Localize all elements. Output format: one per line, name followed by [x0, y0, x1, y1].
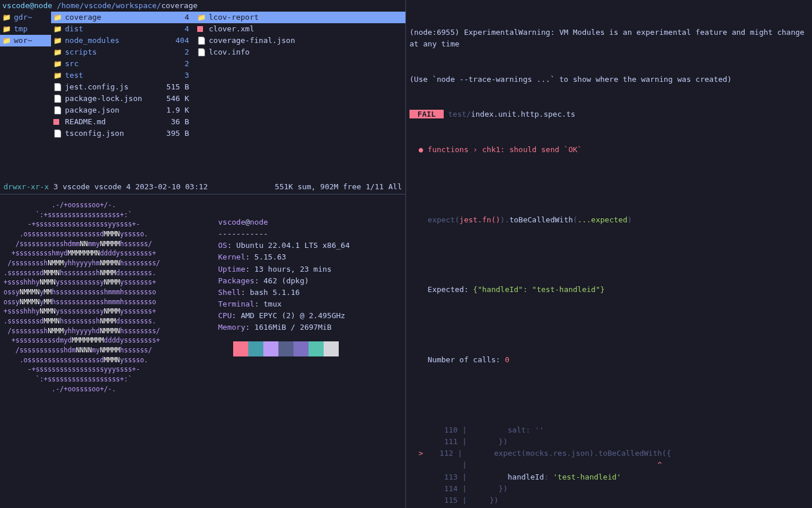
code-line: 113 | handleId: 'test-handleid' — [409, 471, 810, 483]
file-entry[interactable]: jest.config.js515 B — [51, 81, 195, 93]
ranger-status-bar: drwxr-xr-x 3 vscode vscode 4 2023-02-10 … — [0, 180, 405, 194]
code-line: 114 | }) — [409, 483, 810, 495]
ranger-parent-column[interactable]: gdr~ tmp wor~ — [0, 12, 51, 180]
node-warning: (node:6955) ExperimentalWarning: VM Modu… — [409, 27, 810, 50]
folder-entry[interactable]: scripts2 — [51, 46, 195, 58]
code-line: 110 | salt: '' — [409, 424, 810, 436]
sysinfo-row: CPU: AMD EPYC (2) @ 2.495GHz — [218, 310, 350, 322]
sysinfo-row: Terminal: tmux — [218, 298, 350, 310]
file-entry[interactable]: package-lock.json546 K — [51, 93, 195, 105]
expect-call: expect(jest.fn()).toBeCalledWith(...expe… — [409, 214, 810, 226]
folder-entry[interactable]: dist4 — [51, 23, 195, 35]
ranger-path: vscode@node /home/vscode/workspace/cover… — [0, 0, 405, 12]
ranger-current-column[interactable]: coverage4 dist4 node_modules404 scripts2… — [51, 12, 195, 180]
ranger-pane: vscode@node /home/vscode/workspace/cover… — [0, 0, 405, 194]
color-swatch — [278, 341, 293, 356]
code-line: 111 | }) — [409, 436, 810, 448]
code-line: > 112 | expect(mocks.res.json).toBeCalle… — [409, 448, 810, 459]
file-entry[interactable]: clover.xml — [195, 23, 405, 35]
sysinfo-row: Memory: 1616MiB / 2697MiB — [218, 322, 350, 333]
neofetch-pane: .-/+oossssoo+/-. `:+ssssssssssssssssss+:… — [0, 194, 405, 508]
neofetch-ascii: .-/+oossssoo+/-. `:+ssssssssssssssssss+:… — [3, 200, 218, 508]
color-swatch — [263, 341, 278, 356]
folder-entry[interactable]: gdr~ — [0, 12, 51, 23]
color-swatch — [309, 341, 324, 356]
file-entry[interactable]: coverage-final.json — [195, 35, 405, 46]
folder-entry[interactable]: node_modules404 — [51, 35, 195, 46]
file-entry[interactable]: tsconfig.json395 B — [51, 128, 195, 139]
color-swatch — [218, 341, 233, 356]
test-output-pane[interactable]: (node:6955) ExperimentalWarning: VM Modu… — [406, 0, 812, 508]
color-swatch — [233, 341, 248, 356]
folder-entry[interactable]: test3 — [51, 70, 195, 81]
sysinfo-row: Packages: 462 (dpkg) — [218, 275, 350, 287]
folder-entry[interactable]: lcov-report — [195, 12, 405, 23]
neofetch-color-swatches — [218, 341, 350, 356]
file-entry[interactable]: package.json1.9 K — [51, 105, 195, 116]
color-swatch — [293, 341, 309, 356]
folder-entry[interactable]: coverage4 — [51, 12, 195, 23]
file-entry[interactable]: lcov.info — [195, 46, 405, 58]
folder-entry[interactable]: src2 — [51, 58, 195, 70]
sysinfo-row: Uptime: 13 hours, 23 mins — [218, 264, 350, 275]
ranger-user-host: vscode@node — [2, 1, 52, 10]
folder-entry[interactable]: tmp — [0, 23, 51, 35]
sysinfo-row: OS: Ubuntu 22.04.1 LTS x86_64 — [218, 240, 350, 251]
sysinfo-row: Shell: bash 5.1.16 — [218, 287, 350, 298]
sysinfo-row: Kernel: 5.15.63 — [218, 251, 350, 263]
failed-test-title: ● functions › chk1: should send `OK` — [409, 144, 810, 156]
fail-badge: FAIL — [409, 110, 444, 118]
color-swatch — [248, 341, 263, 356]
neofetch-info: vscode@node ----------- OS: Ubuntu 22.04… — [218, 200, 350, 508]
color-swatch — [324, 341, 339, 356]
file-entry[interactable]: README.md36 B — [51, 116, 195, 128]
folder-entry[interactable]: wor~ — [0, 35, 51, 46]
code-line: 115 | }) — [409, 495, 810, 506]
ranger-preview-column[interactable]: lcov-reportclover.xml coverage-final.jso… — [195, 12, 405, 180]
fail-spec-line: FAIL test/index.unit.http.spec.ts — [409, 109, 810, 120]
